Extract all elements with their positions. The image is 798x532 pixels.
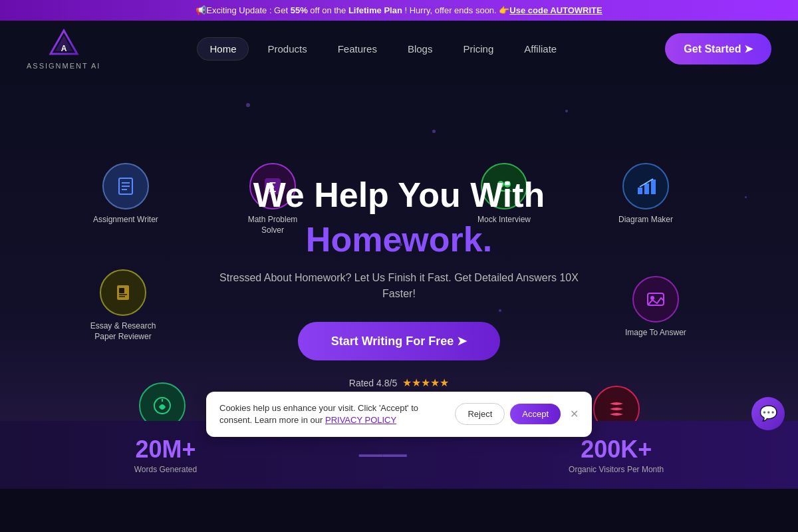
close-cookie-button[interactable]: ✕	[570, 408, 579, 420]
get-started-button[interactable]: Get Started ➤	[665, 33, 771, 65]
banner-plan: Lifetime Plan	[348, 5, 402, 15]
banner-discount: 55%	[291, 5, 308, 15]
product-essay-reviewer[interactable]: Essay & Research Paper Reviewer	[86, 269, 160, 342]
navbar: A ASSIGNMENT AI Home Products Features B…	[0, 21, 798, 76]
logo[interactable]: A ASSIGNMENT AI	[27, 27, 100, 70]
image-to-answer-label: Image To Answer	[625, 328, 686, 338]
diagram-maker-icon	[622, 163, 669, 209]
reject-button[interactable]: Reject	[455, 403, 505, 425]
logo-icon: A	[47, 27, 80, 61]
chat-icon: 💬	[759, 405, 777, 422]
stat-visitors-number: 200K+	[569, 436, 664, 464]
essay-reviewer-label: Essay & Research Paper Reviewer	[86, 321, 160, 342]
hero-title-line2: Homework.	[213, 219, 585, 259]
nav-links: Home Products Features Blogs Pricing Aff…	[197, 37, 569, 61]
nav-blogs[interactable]: Blogs	[396, 38, 445, 60]
chat-button[interactable]: 💬	[751, 397, 785, 430]
nav-products[interactable]: Products	[255, 38, 319, 60]
nav-affiliate[interactable]: Affiliate	[512, 38, 569, 60]
privacy-policy-link[interactable]: PRIVACY POLICY	[325, 415, 396, 425]
svg-rect-18	[644, 184, 649, 194]
image-to-answer-icon	[632, 276, 679, 323]
rating-text: Rated 4.8/5	[349, 378, 397, 388]
product-image-to-answer[interactable]: Image To Answer	[625, 276, 686, 338]
start-writing-button[interactable]: Start Writing For Free ➤	[298, 322, 501, 360]
hero-content: We Help You With Homework. Stressed Abou…	[213, 176, 585, 389]
dot-3	[565, 110, 568, 112]
stat-visitors-label: Organic Visitors Per Month	[569, 465, 664, 474]
stat-middle: ——	[359, 440, 407, 469]
diagram-maker-label: Diagram Maker	[618, 215, 673, 225]
logo-text: ASSIGNMENT AI	[27, 62, 100, 70]
nav-home[interactable]: Home	[197, 37, 249, 61]
dot-7	[745, 196, 747, 198]
essay-reviewer-icon	[100, 269, 146, 316]
product-assignment-writer[interactable]: Assignment Writer	[93, 163, 158, 225]
hero-title-line1: We Help You With	[213, 176, 585, 214]
svg-rect-19	[651, 180, 656, 194]
stat-words: 20M+ Words Generated	[134, 436, 198, 474]
dot-2	[432, 130, 436, 133]
accept-button[interactable]: Accept	[510, 404, 561, 424]
stars: ★★★★★	[402, 376, 449, 389]
nav-pricing[interactable]: Pricing	[451, 38, 505, 60]
banner-text: 📢Exciting Update : Get 55% off on the Li…	[196, 5, 602, 15]
stat-words-label: Words Generated	[134, 465, 198, 474]
stat-words-number: 20M+	[134, 436, 198, 464]
cookie-banner: Cookies help us enhance your visit. Clic…	[206, 392, 592, 437]
svg-rect-8	[119, 288, 124, 293]
cookie-text: Cookies help us enhance your visit. Clic…	[219, 402, 439, 426]
stat-visitors: 200K+ Organic Visitors Per Month	[569, 436, 664, 474]
hero-section: Assignment Writer Essay & Research Paper…	[0, 76, 798, 489]
svg-text:A: A	[61, 44, 66, 53]
assignment-writer-icon	[102, 163, 149, 209]
assignment-writer-label: Assignment Writer	[93, 215, 158, 225]
top-banner: 📢Exciting Update : Get 55% off on the Li…	[0, 0, 798, 21]
dot-1	[246, 103, 250, 107]
hero-subtitle: Stressed About Homework? Let Us Finish i…	[213, 270, 585, 302]
rating-row: Rated 4.8/5 ★★★★★	[213, 376, 585, 389]
banner-cta[interactable]: Use code AUTOWRITE	[509, 5, 602, 15]
stat-middle-number: ——	[359, 440, 407, 468]
product-diagram-maker[interactable]: Diagram Maker	[618, 163, 673, 225]
svg-rect-17	[638, 188, 642, 194]
cookie-actions: Reject Accept ✕	[455, 403, 579, 425]
nav-features[interactable]: Features	[326, 38, 389, 60]
